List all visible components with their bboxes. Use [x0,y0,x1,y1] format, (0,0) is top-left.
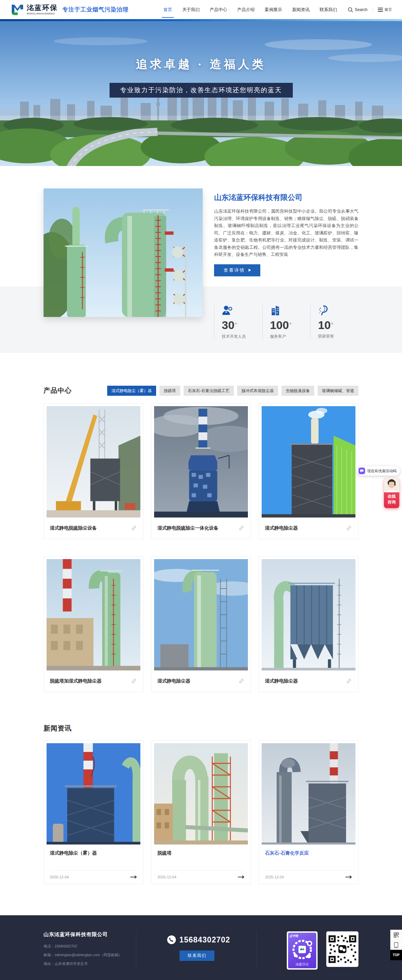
product-card[interactable]: 湿式静电除尘器 [259,556,358,692]
phone-icon [167,935,176,944]
product-tabs: 湿式静电除尘（雾）器 脱硫塔 石灰石-石膏法脱硫工艺 脉冲式布袋除尘器 生物除臭… [104,386,358,396]
wechat-qr-card [326,931,358,967]
honor-icon [318,305,358,315]
logo-en: MINGLANHUANBAO [27,12,58,15]
stat-plus: + [331,320,334,326]
search-button[interactable]: Search [348,7,367,13]
online-consult-button[interactable]: 在线咨询 [384,478,399,508]
chat-widget: 现在有优惠活动吗 在线咨询 [333,466,400,508]
tab-limestone-gypsum[interactable]: 石灰石-石膏法脱硫工艺 [184,386,234,396]
stat-label: 服务客户 [270,334,310,339]
wechat-qr-code [328,934,357,964]
nav-item-product-center[interactable]: 产品中心 [210,5,227,15]
footer-divider [256,931,256,970]
chat-bubble-text: 现在有优惠活动吗 [367,469,397,474]
footer-phone-line: 电话：15684302702 [44,944,136,949]
chat-bubble[interactable]: 现在有优惠活动吗 [357,466,400,476]
hero-title: 追求卓越 · 造福人类 [0,57,402,72]
nav-item-cases[interactable]: 案例展示 [265,5,282,15]
product-grid: 湿式静电脱硫除尘设备 [44,403,358,692]
news-date: 2025-12-04 [50,875,69,879]
tab-bio-deodorization[interactable]: 生物除臭设备 [282,386,314,396]
nav-item-home[interactable]: 首页 [163,5,172,15]
about-company-title: 山东洺蓝环保科技有限公司 [214,192,358,202]
douyin-caption: 洺蓝日记 [288,962,316,967]
nav-item-news[interactable]: 新闻资讯 [292,5,310,15]
link-icon [346,678,352,684]
stat-label: 荣获荣誉 [318,334,358,339]
link-icon [131,525,137,531]
news-card[interactable]: 石灰石-石膏化学反应 2025-12-04 [259,740,358,884]
stat-label: 技术开发人员 [222,334,262,339]
nav-item-product-intro[interactable]: 产品介绍 [237,5,255,15]
person-icon [222,305,262,315]
mobile-tool-button[interactable] [390,940,402,950]
product-card[interactable]: 湿式静电除尘器 [151,556,251,692]
news-card[interactable]: 湿式静电除尘（雾）器 2025-12-04 [44,740,143,884]
back-to-top-button[interactable]: TOP [390,950,402,960]
tab-desulfurization-tower[interactable]: 脱硫塔 [160,386,180,396]
news-section-title: 新闻资讯 [44,724,72,733]
qr-code-tool-button[interactable] [390,930,402,940]
douyin-note-icon [290,934,293,937]
tab-pulse-bag-filter[interactable]: 脉冲式布袋除尘器 [237,386,278,396]
link-icon [346,525,352,531]
product-title: 湿式静电脱硫除尘设备 [50,525,97,531]
view-details-button[interactable]: 查看详情 [214,264,260,276]
stat-plus: + [289,320,292,326]
footer-email-line: 邮箱：sdminglan@sdminglan.com（阿里邮箱） [44,953,136,958]
product-title: 湿式静电除尘器 [265,525,298,531]
news-date: 2025-12-04 [265,875,284,879]
news-image-gray-towers-striped-stack [262,743,355,845]
building-icon [270,305,310,315]
link-icon [238,678,245,684]
arrow-right-icon [130,875,137,879]
news-image-green-towers-orange-scaffold [154,743,248,845]
news-title-highlighted: 石灰石-石膏化学反应 [265,850,352,856]
news-section: 新闻资讯 湿式静电除尘（雾）器 2025-12 [44,692,358,884]
news-date: 2025-12-04 [157,875,176,879]
product-image-green-frp-tower [154,559,248,670]
product-card[interactable]: 湿式静电脱硫除尘一体化设备 [151,403,251,539]
douyin-qr-card: 抖音 洺蓝日记 [287,931,318,970]
site-footer: 山东洺蓝环保科技有限公司 电话：15684302702 邮箱：sdminglan… [0,915,402,980]
product-image-green-stack-red-chimney [47,559,140,670]
tab-frp-tank-pipe[interactable]: 玻璃钢储罐、管道 [318,386,358,396]
main-nav: 首页 关于我们 产品中心 产品介绍 案例展示 新闻资讯 联系我们 Search … [154,5,392,15]
news-card[interactable]: 脱硫塔 2025-12-04 [151,740,251,884]
about-company-description: 山东洺蓝环保科技有限公司，属民营科技型中小企业。我公司专业从事大气污染治理、环境… [214,208,358,258]
footer-hotline: 15684302702 [179,935,230,945]
arrow-right-icon [238,875,245,879]
products-section: 产品中心 湿式静电除尘（雾）器 脱硫塔 石灰石-石膏法脱硫工艺 脉冲式布袋除尘器… [44,353,358,692]
news-image-red-white-chimney-esp [47,743,140,845]
about-section: 山东洺蓝环保科技有限公司 山东洺蓝环保科技有限公司，属民营科技型中小企业。我公司… [0,166,402,353]
stat-value: 10 [318,319,331,331]
product-title: 湿式静电脱硫除尘一体化设备 [157,525,218,531]
stat-clients: 100+ 服务客户 [262,305,310,339]
play-arrow-icon [248,269,251,272]
tab-wet-esp[interactable]: 湿式静电除尘（雾）器 [107,386,156,396]
douyin-label: 抖音 [293,934,299,938]
product-title: 湿式静电除尘器 [157,678,190,684]
product-card[interactable]: 脱硫塔加湿式静电除尘器 [44,556,143,692]
product-card[interactable]: 湿式静电脱硫除尘设备 [44,403,143,539]
site-header: 洺蓝环保 MINGLANHUANBAO 专注于工业烟气污染治理 首页 关于我们 … [0,0,402,19]
nav-item-contact[interactable]: 联系我们 [320,5,337,15]
link-icon [238,525,245,531]
nav-item-about[interactable]: 关于我们 [182,5,199,15]
hamburger-icon [378,8,383,12]
arrow-right-icon [345,875,352,879]
footer-divider [136,931,136,970]
logo-m-icon [11,4,24,16]
hero-banner: 追求卓越 · 造福人类 专业致力于污染防治，改善生态环境还您明亮的蓝天 [0,21,402,166]
consult-label: 在线咨询 [387,494,396,505]
message-button[interactable]: 留言 [378,7,392,12]
contact-us-button[interactable]: 联系我们 [180,950,214,961]
nav-divider [372,7,373,12]
stat-value: 100 [270,319,289,331]
footer-address-line: 地址：山东省潍坊市安丘市 [44,961,136,966]
chat-icon [358,468,365,474]
product-image-blue-striped-stack [154,406,248,517]
logo[interactable]: 洺蓝环保 MINGLANHUANBAO 专注于工业烟气污染治理 [11,4,129,16]
side-toolbar: TOP [390,930,402,960]
